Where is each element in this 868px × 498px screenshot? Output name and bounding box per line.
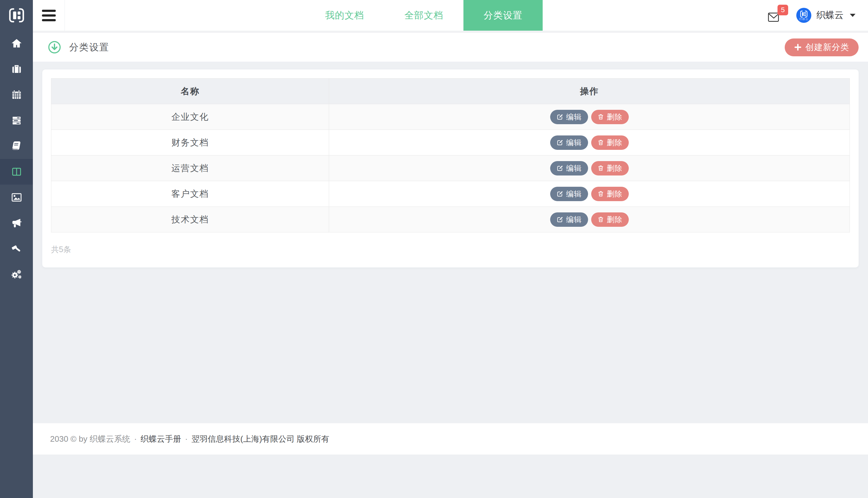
avatar-text: 织蝶云 bbox=[799, 18, 808, 21]
sidebar-item-settings[interactable] bbox=[0, 262, 33, 287]
avatar-logo-icon bbox=[800, 10, 808, 18]
trash-icon bbox=[598, 139, 604, 146]
table-row: 运营文档 编辑 删除 bbox=[51, 156, 850, 181]
table-row: 技术文档 编辑 删除 bbox=[51, 207, 850, 233]
document-tabs: 我的文档 全部文档 分类设置 bbox=[305, 0, 542, 31]
edit-icon bbox=[557, 114, 563, 120]
gavel-icon bbox=[11, 243, 23, 254]
create-category-label: 创建新分类 bbox=[805, 42, 849, 53]
tab-all-documents[interactable]: 全部文档 bbox=[384, 0, 463, 31]
delete-button[interactable]: 删除 bbox=[591, 187, 629, 201]
user-menu[interactable]: 织蝶云 织蝶云 bbox=[796, 8, 855, 23]
category-name: 运营文档 bbox=[51, 156, 329, 181]
megaphone-icon bbox=[11, 217, 23, 229]
sidebar-item-image[interactable] bbox=[0, 185, 33, 210]
username: 织蝶云 bbox=[816, 9, 844, 22]
edit-icon bbox=[557, 216, 563, 223]
category-name: 企业文化 bbox=[51, 104, 329, 130]
sidebar-item-book[interactable] bbox=[0, 133, 33, 159]
arrow-down-circle-icon bbox=[48, 41, 61, 54]
chevron-down-icon bbox=[850, 14, 855, 17]
footer-separator: · bbox=[185, 434, 188, 444]
calendar-icon bbox=[11, 89, 23, 101]
edit-button[interactable]: 编辑 bbox=[550, 161, 588, 175]
edit-icon bbox=[557, 165, 563, 172]
columns-icon bbox=[11, 166, 23, 178]
edit-button[interactable]: 编辑 bbox=[550, 135, 588, 150]
app-logo[interactable] bbox=[0, 0, 33, 31]
sidebar-item-megaphone[interactable] bbox=[0, 210, 33, 236]
hamburger-menu-button[interactable] bbox=[33, 0, 65, 31]
tasks-icon bbox=[11, 115, 23, 126]
tab-category-settings[interactable]: 分类设置 bbox=[463, 0, 542, 31]
zhidie-logo-icon bbox=[8, 7, 25, 24]
category-name: 技术文档 bbox=[51, 207, 329, 233]
hamburger-icon bbox=[42, 10, 56, 12]
tab-my-documents[interactable]: 我的文档 bbox=[305, 0, 384, 31]
trash-icon bbox=[598, 165, 604, 171]
category-card: 名称 操作 企业文化 编辑 bbox=[42, 69, 859, 267]
create-category-button[interactable]: 创建新分类 bbox=[785, 38, 859, 56]
category-name: 客户文档 bbox=[51, 181, 329, 207]
delete-button[interactable]: 删除 bbox=[591, 212, 629, 227]
image-icon bbox=[11, 192, 23, 203]
delete-button[interactable]: 删除 bbox=[591, 161, 629, 175]
copyright-text: 2030 © by 织蝶云系统 bbox=[50, 434, 130, 445]
sidebar bbox=[0, 0, 33, 498]
category-table: 名称 操作 企业文化 编辑 bbox=[51, 78, 850, 233]
table-row: 客户文档 编辑 删除 bbox=[51, 181, 850, 207]
delete-button[interactable]: 删除 bbox=[591, 135, 629, 150]
delete-button[interactable]: 删除 bbox=[591, 110, 629, 124]
home-icon bbox=[11, 38, 23, 50]
footer-separator: · bbox=[134, 434, 137, 444]
gears-icon bbox=[11, 268, 23, 280]
sidebar-item-gavel[interactable] bbox=[0, 236, 33, 262]
top-navbar: 我的文档 全部文档 分类设置 5 bbox=[33, 0, 868, 33]
sidebar-item-columns[interactable] bbox=[0, 159, 33, 185]
briefcase-icon bbox=[11, 63, 23, 75]
table-row: 企业文化 编辑 删除 bbox=[51, 104, 850, 130]
main-area: 我的文档 全部文档 分类设置 5 bbox=[33, 0, 868, 498]
edit-button[interactable]: 编辑 bbox=[550, 212, 588, 227]
navbar-right-cluster: 5 织蝶云 织蝶云 bbox=[767, 0, 855, 31]
plus-icon bbox=[794, 43, 802, 51]
edit-icon bbox=[557, 191, 563, 197]
column-header-actions: 操作 bbox=[329, 79, 850, 104]
trash-icon bbox=[598, 191, 604, 197]
company-copyright: 翌羽信息科技(上海)有限公司 版权所有 bbox=[191, 434, 329, 445]
sidebar-item-calendar[interactable] bbox=[0, 82, 33, 108]
messages-button[interactable]: 5 bbox=[767, 9, 781, 22]
page-title: 分类设置 bbox=[69, 41, 109, 54]
category-name: 财务文档 bbox=[51, 130, 329, 156]
trash-icon bbox=[598, 114, 604, 120]
sidebar-item-home[interactable] bbox=[0, 31, 33, 56]
content-area: 名称 操作 企业文化 编辑 bbox=[33, 62, 868, 423]
table-header-row: 名称 操作 bbox=[51, 79, 850, 104]
notification-badge: 5 bbox=[778, 5, 788, 15]
page-footer: 2030 © by 织蝶云系统 · 织蝶云手册 · 翌羽信息科技(上海)有限公司… bbox=[33, 423, 868, 455]
record-count: 共5条 bbox=[51, 244, 850, 254]
page-header: 分类设置 创建新分类 bbox=[33, 33, 868, 62]
column-header-name: 名称 bbox=[51, 79, 329, 104]
manual-link[interactable]: 织蝶云手册 bbox=[141, 434, 181, 445]
edit-icon bbox=[557, 139, 563, 146]
table-row: 财务文档 编辑 删除 bbox=[51, 130, 850, 156]
sidebar-item-tasks[interactable] bbox=[0, 108, 33, 133]
edit-button[interactable]: 编辑 bbox=[550, 187, 588, 201]
bottom-spacer bbox=[33, 455, 868, 498]
trash-icon bbox=[598, 216, 604, 223]
book-icon bbox=[11, 140, 23, 152]
edit-button[interactable]: 编辑 bbox=[550, 110, 588, 124]
avatar: 织蝶云 bbox=[796, 8, 811, 23]
sidebar-item-briefcase[interactable] bbox=[0, 56, 33, 82]
